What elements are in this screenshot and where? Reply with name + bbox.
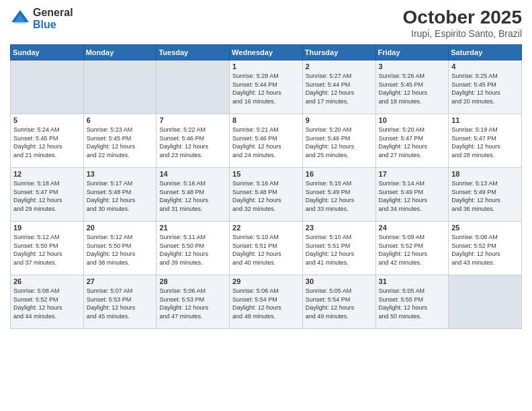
day-info: Sunrise: 5:12 AM Sunset: 5:50 PM Dayligh… (87, 233, 154, 267)
calendar-cell: 22Sunrise: 5:10 AM Sunset: 5:51 PM Dayli… (230, 222, 303, 275)
calendar-cell (157, 60, 230, 114)
calendar-table: SundayMondayTuesdayWednesdayThursdayFrid… (10, 44, 522, 329)
day-number: 22 (232, 224, 300, 232)
calendar-cell: 11Sunrise: 5:19 AM Sunset: 5:47 PM Dayli… (449, 114, 522, 168)
day-number: 14 (159, 170, 226, 178)
day-info: Sunrise: 5:20 AM Sunset: 5:47 PM Dayligh… (379, 126, 446, 159)
day-number: 23 (306, 224, 373, 232)
day-number: 7 (159, 116, 226, 124)
day-number: 19 (13, 224, 81, 232)
calendar-cell: 14Sunrise: 5:16 AM Sunset: 5:48 PM Dayli… (157, 168, 230, 222)
calendar-week-row: 26Sunrise: 5:08 AM Sunset: 5:52 PM Dayli… (11, 275, 522, 329)
logo-blue: Blue (33, 19, 73, 31)
day-info: Sunrise: 5:10 AM Sunset: 5:51 PM Dayligh… (306, 233, 373, 267)
calendar-cell: 8Sunrise: 5:21 AM Sunset: 5:46 PM Daylig… (230, 114, 303, 168)
day-info: Sunrise: 5:14 AM Sunset: 5:49 PM Dayligh… (379, 179, 446, 213)
day-info: Sunrise: 5:26 AM Sunset: 5:45 PM Dayligh… (379, 72, 446, 105)
day-info: Sunrise: 5:08 AM Sunset: 5:52 PM Dayligh… (451, 233, 519, 267)
calendar-cell: 4Sunrise: 5:25 AM Sunset: 5:45 PM Daylig… (449, 60, 522, 114)
day-info: Sunrise: 5:17 AM Sunset: 5:48 PM Dayligh… (87, 179, 154, 213)
day-number: 2 (306, 62, 373, 71)
day-info: Sunrise: 5:25 AM Sunset: 5:45 PM Dayligh… (451, 72, 519, 105)
weekday-header-wednesday: Wednesday (230, 45, 303, 60)
day-info: Sunrise: 5:12 AM Sunset: 5:50 PM Dayligh… (13, 233, 81, 267)
day-number: 20 (87, 224, 154, 232)
calendar-cell: 24Sunrise: 5:09 AM Sunset: 5:52 PM Dayli… (375, 222, 449, 275)
day-info: Sunrise: 5:21 AM Sunset: 5:46 PM Dayligh… (232, 126, 300, 159)
day-info: Sunrise: 5:28 AM Sunset: 5:44 PM Dayligh… (232, 72, 300, 105)
calendar-cell: 23Sunrise: 5:10 AM Sunset: 5:51 PM Dayli… (302, 222, 375, 275)
calendar-cell: 18Sunrise: 5:13 AM Sunset: 5:49 PM Dayli… (449, 168, 522, 222)
day-number: 6 (87, 116, 154, 124)
day-info: Sunrise: 5:11 AM Sunset: 5:50 PM Dayligh… (159, 233, 226, 267)
weekday-header-sunday: Sunday (11, 45, 84, 60)
calendar-cell: 20Sunrise: 5:12 AM Sunset: 5:50 PM Dayli… (83, 222, 157, 275)
calendar-week-row: 1Sunrise: 5:28 AM Sunset: 5:44 PM Daylig… (11, 60, 522, 114)
day-info: Sunrise: 5:16 AM Sunset: 5:48 PM Dayligh… (232, 179, 300, 213)
weekday-header-row: SundayMondayTuesdayWednesdayThursdayFrid… (11, 45, 522, 60)
day-number: 21 (159, 224, 226, 232)
page-header: General Blue October 2025 Irupi, Espirit… (10, 7, 522, 39)
day-info: Sunrise: 5:16 AM Sunset: 5:48 PM Dayligh… (159, 179, 226, 213)
day-number: 25 (451, 224, 519, 232)
month-title: October 2025 (403, 7, 522, 28)
day-info: Sunrise: 5:07 AM Sunset: 5:53 PM Dayligh… (87, 287, 154, 320)
day-info: Sunrise: 5:20 AM Sunset: 5:46 PM Dayligh… (306, 126, 373, 159)
calendar-cell: 3Sunrise: 5:26 AM Sunset: 5:45 PM Daylig… (375, 60, 449, 114)
day-number: 10 (379, 116, 446, 124)
calendar-cell: 5Sunrise: 5:24 AM Sunset: 5:45 PM Daylig… (11, 114, 84, 168)
page-container: General Blue October 2025 Irupi, Espirit… (0, 0, 532, 336)
day-info: Sunrise: 5:10 AM Sunset: 5:51 PM Dayligh… (232, 233, 300, 267)
calendar-cell (11, 60, 84, 114)
day-number: 29 (232, 277, 300, 285)
day-info: Sunrise: 5:19 AM Sunset: 5:47 PM Dayligh… (451, 126, 519, 159)
day-number: 18 (451, 170, 519, 178)
weekday-header-friday: Friday (375, 45, 449, 60)
weekday-header-thursday: Thursday (302, 45, 375, 60)
calendar-cell: 27Sunrise: 5:07 AM Sunset: 5:53 PM Dayli… (83, 275, 157, 329)
calendar-cell: 10Sunrise: 5:20 AM Sunset: 5:47 PM Dayli… (375, 114, 449, 168)
day-info: Sunrise: 5:23 AM Sunset: 5:45 PM Dayligh… (87, 126, 154, 159)
calendar-cell: 25Sunrise: 5:08 AM Sunset: 5:52 PM Dayli… (449, 222, 522, 275)
calendar-cell: 7Sunrise: 5:22 AM Sunset: 5:46 PM Daylig… (157, 114, 230, 168)
day-number: 1 (232, 62, 300, 71)
day-number: 30 (306, 277, 373, 285)
day-number: 26 (13, 277, 81, 285)
weekday-header-saturday: Saturday (449, 45, 522, 60)
calendar-cell (83, 60, 157, 114)
calendar-cell: 31Sunrise: 5:05 AM Sunset: 5:55 PM Dayli… (375, 275, 449, 329)
day-info: Sunrise: 5:22 AM Sunset: 5:46 PM Dayligh… (159, 126, 226, 159)
day-info: Sunrise: 5:08 AM Sunset: 5:52 PM Dayligh… (13, 287, 81, 320)
calendar-cell: 1Sunrise: 5:28 AM Sunset: 5:44 PM Daylig… (230, 60, 303, 114)
calendar-cell: 19Sunrise: 5:12 AM Sunset: 5:50 PM Dayli… (11, 222, 84, 275)
day-number: 31 (379, 277, 446, 285)
calendar-cell: 16Sunrise: 5:15 AM Sunset: 5:49 PM Dayli… (302, 168, 375, 222)
day-number: 11 (451, 116, 519, 124)
calendar-cell: 15Sunrise: 5:16 AM Sunset: 5:48 PM Dayli… (230, 168, 303, 222)
calendar-cell: 13Sunrise: 5:17 AM Sunset: 5:48 PM Dayli… (83, 168, 157, 222)
logo-general: General (33, 7, 73, 19)
day-number: 13 (87, 170, 154, 178)
logo-icon (10, 9, 30, 29)
weekday-header-tuesday: Tuesday (157, 45, 230, 60)
location: Irupi, Espirito Santo, Brazil (403, 28, 522, 39)
day-number: 3 (379, 62, 446, 71)
weekday-header-monday: Monday (83, 45, 157, 60)
day-number: 4 (451, 62, 519, 71)
calendar-cell: 21Sunrise: 5:11 AM Sunset: 5:50 PM Dayli… (157, 222, 230, 275)
calendar-cell: 17Sunrise: 5:14 AM Sunset: 5:49 PM Dayli… (375, 168, 449, 222)
logo-text: General Blue (33, 7, 73, 30)
day-number: 9 (306, 116, 373, 124)
day-info: Sunrise: 5:13 AM Sunset: 5:49 PM Dayligh… (451, 179, 519, 213)
day-number: 28 (159, 277, 226, 285)
day-number: 17 (379, 170, 446, 178)
day-number: 12 (13, 170, 81, 178)
calendar-cell: 29Sunrise: 5:06 AM Sunset: 5:54 PM Dayli… (230, 275, 303, 329)
day-info: Sunrise: 5:06 AM Sunset: 5:53 PM Dayligh… (159, 287, 226, 320)
day-info: Sunrise: 5:06 AM Sunset: 5:54 PM Dayligh… (232, 287, 300, 320)
day-info: Sunrise: 5:05 AM Sunset: 5:55 PM Dayligh… (379, 287, 446, 320)
day-number: 24 (379, 224, 446, 232)
calendar-week-row: 12Sunrise: 5:18 AM Sunset: 5:47 PM Dayli… (11, 168, 522, 222)
calendar-cell: 26Sunrise: 5:08 AM Sunset: 5:52 PM Dayli… (11, 275, 84, 329)
day-info: Sunrise: 5:05 AM Sunset: 5:54 PM Dayligh… (306, 287, 373, 320)
